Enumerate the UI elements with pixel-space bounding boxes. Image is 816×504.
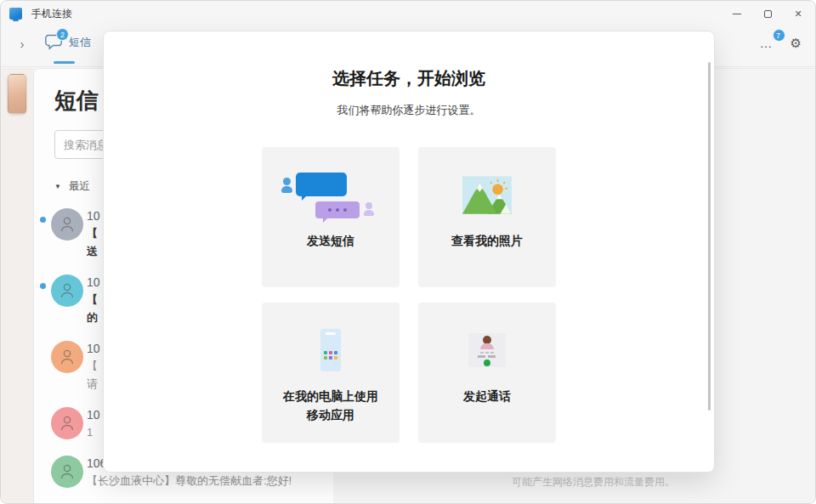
tab-messages-label: 短信 <box>69 35 91 50</box>
maximize-button[interactable] <box>752 1 783 26</box>
expand-sidebar-chevron-icon[interactable]: › <box>14 37 30 51</box>
dialog-title: 选择任务，开始浏览 <box>104 67 714 90</box>
person-icon <box>59 281 76 300</box>
section-recent-label: 最近 <box>69 179 90 194</box>
conversation-avatar <box>51 275 83 307</box>
maximize-icon <box>764 10 772 18</box>
task-card-send-messages[interactable]: 发送短信 <box>262 147 400 287</box>
active-tab-underline <box>54 61 75 64</box>
close-button[interactable]: ✕ <box>783 1 813 26</box>
device-rail <box>1 68 33 503</box>
conversation-avatar <box>51 456 83 488</box>
task-card-label: 在我的电脑上使用 移动应用 <box>283 388 378 424</box>
phone-apps-icon <box>320 329 341 371</box>
ellipsis-icon: … <box>760 36 774 50</box>
contact-call-icon <box>468 333 506 367</box>
person-icon <box>59 215 76 234</box>
phone-screen-thumbnail[interactable] <box>8 74 26 114</box>
fees-disclaimer: 可能产生网络消息费用和流量费用。 <box>512 475 675 490</box>
title-bar: 手机连接 ✕ <box>1 1 815 26</box>
conversation-number: 10 <box>87 207 100 224</box>
task-card-label: 发送短信 <box>307 232 354 251</box>
task-card-make-calls[interactable]: 发起通话 <box>418 303 556 443</box>
task-card-grid: 发送短信 <box>262 147 556 443</box>
minimize-icon <box>733 14 741 14</box>
notifications-badge: 7 <box>773 29 785 42</box>
person-icon <box>59 414 76 433</box>
unread-dot <box>40 283 46 289</box>
task-card-label: 发起通话 <box>463 388 511 406</box>
more-button[interactable]: … 7 <box>760 39 774 48</box>
phone-link-window: 手机连接 ✕ › 2 短信 … 7 ⚙ <box>0 0 816 504</box>
window-title: 手机连接 <box>31 7 72 21</box>
minimize-button[interactable] <box>722 1 752 26</box>
conversation-number: 10 <box>87 274 100 291</box>
task-card-mobile-apps[interactable]: 在我的电脑上使用 移动应用 <box>262 303 400 443</box>
tab-messages[interactable]: 2 短信 <box>45 34 91 50</box>
conversation-number: 10 <box>87 340 100 357</box>
onboarding-dialog: 选择任务，开始浏览 我们将帮助你逐步进行设置。 发送短信 <box>103 31 715 473</box>
app-tiles <box>324 351 337 360</box>
messages-unread-badge: 2 <box>56 28 69 41</box>
unread-dot <box>40 217 46 223</box>
task-card-label: 查看我的照片 <box>451 232 523 251</box>
conversation-avatar <box>51 407 83 439</box>
phone-link-app-icon <box>9 8 22 20</box>
conversation-avatar <box>51 341 83 373</box>
conversation-preview: 【长沙血液中心】尊敬的无偿献血者:您好! <box>87 472 321 490</box>
collapse-triangle-icon: ▼ <box>54 183 61 190</box>
task-card-view-photos[interactable]: 查看我的照片 <box>418 147 556 287</box>
person-icon <box>59 462 76 481</box>
settings-button[interactable]: ⚙ <box>790 36 802 51</box>
dialog-subtitle: 我们将帮助你逐步进行设置。 <box>104 103 714 118</box>
dialog-scrollbar[interactable] <box>708 62 711 411</box>
photo-icon <box>462 176 512 214</box>
chat-bubbles-icon <box>281 170 380 219</box>
conversation-avatar <box>51 208 83 241</box>
person-icon <box>59 348 76 366</box>
conversation-number: 10 <box>87 406 100 423</box>
